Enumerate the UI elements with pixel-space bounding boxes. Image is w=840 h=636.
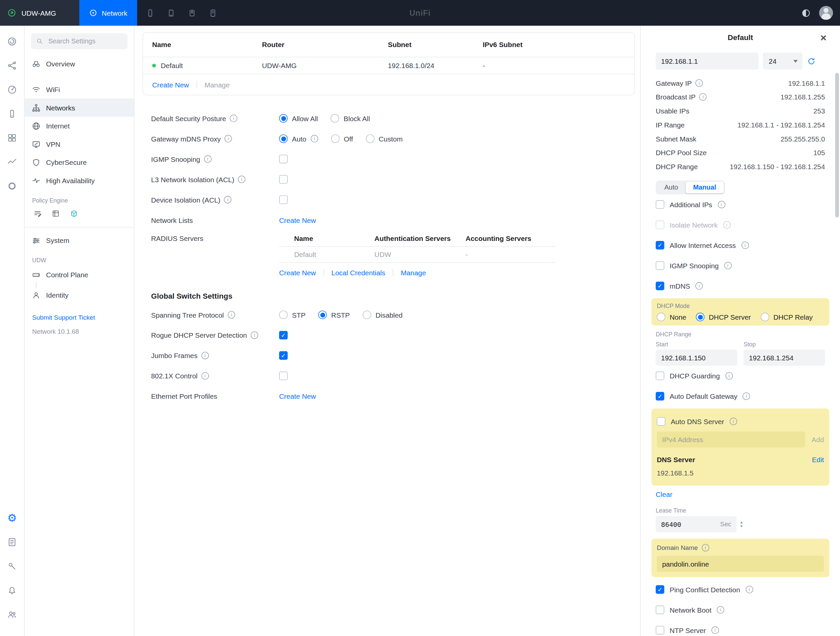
info-icon[interactable]	[725, 372, 733, 379]
radar-icon[interactable]	[5, 82, 20, 97]
radius-create-new-link[interactable]: Create New	[279, 269, 316, 277]
checkbox-auto-dns-server[interactable]: Auto DNS Server	[657, 413, 824, 430]
info-icon[interactable]	[224, 135, 232, 142]
policy-objects-icon[interactable]	[70, 209, 79, 218]
segment-manual[interactable]: Manual	[685, 181, 723, 193]
dns-clear-link[interactable]: Clear	[656, 491, 673, 499]
radius-manage-link[interactable]: Manage	[401, 269, 426, 277]
info-icon[interactable]	[699, 93, 707, 101]
dashboard-icon[interactable]	[5, 34, 20, 49]
dhcp-range-start-input[interactable]	[656, 350, 737, 366]
dns-edit-link[interactable]: Edit	[812, 456, 824, 464]
info-icon[interactable]	[729, 418, 737, 425]
info-icon[interactable]	[743, 392, 750, 400]
info-icon[interactable]	[695, 282, 703, 290]
radio-disabled[interactable]: Disabled	[363, 311, 403, 320]
sidebar-item-high-availability[interactable]: High Availability	[25, 171, 134, 189]
ipv4-address-input[interactable]	[657, 431, 805, 447]
clients-icon[interactable]	[5, 130, 20, 145]
create-new-network-link[interactable]: Create New	[152, 80, 189, 88]
gateway-ip-input[interactable]	[656, 52, 758, 69]
sidebar-item-system[interactable]: System	[25, 231, 134, 250]
radio-dhcp-none[interactable]: None	[657, 313, 686, 321]
checkbox-dhcp-guarding[interactable]: DHCP Guarding	[656, 366, 825, 386]
l3-isolation-checkbox[interactable]	[279, 175, 288, 184]
admins-people-icon[interactable]	[5, 607, 20, 622]
lease-time-stepper[interactable]	[741, 521, 742, 528]
8021x-checkbox[interactable]	[279, 372, 288, 380]
checkbox-igmp-snooping[interactable]: IGMP Snooping	[656, 255, 825, 275]
close-icon[interactable]	[818, 32, 829, 43]
radio-rstp[interactable]: RSTP	[319, 311, 350, 320]
info-icon[interactable]	[201, 372, 208, 379]
radio-block-all[interactable]: Block All	[331, 114, 370, 123]
sidebar-item-cybersecure[interactable]: CyberSecure	[25, 153, 134, 172]
tab-network[interactable]: Network	[79, 0, 137, 26]
theme-toggle-icon[interactable]	[801, 8, 811, 18]
info-icon[interactable]	[228, 311, 235, 318]
ring-icon[interactable]	[5, 178, 20, 193]
radius-local-credentials-link[interactable]: Local Credentials	[332, 269, 385, 277]
info-icon[interactable]	[724, 262, 731, 269]
settings-gear-icon[interactable]	[5, 510, 20, 525]
checkbox-isolate-network[interactable]: Isolate Network	[656, 214, 825, 235]
info-icon[interactable]	[723, 221, 731, 228]
topology-icon[interactable]	[5, 58, 20, 73]
radio-off[interactable]: Off	[331, 134, 353, 143]
submit-support-ticket-link[interactable]: Submit Support Ticket	[25, 304, 134, 322]
panel-scrollbar[interactable]	[835, 73, 839, 217]
app-device-icon-1[interactable]	[145, 8, 155, 17]
radio-dhcp-server[interactable]: DHCP Server	[696, 313, 750, 321]
sidebar-item-vpn[interactable]: VPN	[25, 135, 134, 153]
info-icon[interactable]	[238, 176, 245, 183]
info-icon[interactable]	[230, 115, 237, 122]
info-icon[interactable]	[204, 155, 212, 162]
toolbox-icon[interactable]	[5, 559, 20, 574]
lease-time-input[interactable]: 86400 Sec	[656, 516, 736, 532]
info-icon[interactable]	[695, 79, 703, 87]
add-dns-button[interactable]: Add	[812, 436, 824, 444]
sidebar-item-wifi[interactable]: WiFi	[25, 80, 134, 99]
igmp-checkbox[interactable]	[279, 155, 288, 164]
info-icon[interactable]	[717, 606, 724, 613]
radio-custom[interactable]: Custom	[366, 134, 403, 143]
search-input[interactable]	[47, 37, 123, 46]
info-icon[interactable]	[717, 201, 725, 208]
sidebar-item-identity[interactable]: Identity	[25, 286, 134, 304]
app-device-icon-3[interactable]	[187, 8, 196, 17]
app-device-icon-2[interactable]	[167, 8, 175, 17]
info-icon[interactable]	[702, 544, 709, 551]
policy-table-icon[interactable]	[51, 209, 60, 218]
app-device-icon-4[interactable]	[208, 8, 217, 17]
checkbox-network-boot[interactable]: Network Boot	[656, 600, 825, 620]
sidebar-item-internet[interactable]: Internet	[25, 117, 134, 135]
checkbox-ntp-server[interactable]: NTP Server	[656, 620, 825, 636]
revert-refresh-icon[interactable]	[807, 57, 816, 65]
info-icon[interactable]	[224, 196, 231, 203]
checkbox-ping-conflict-detection[interactable]: Ping Conflict Detection	[656, 579, 825, 600]
insights-icon[interactable]	[5, 154, 20, 169]
info-icon[interactable]	[251, 331, 258, 339]
info-icon[interactable]	[201, 352, 208, 359]
info-icon[interactable]	[311, 135, 318, 142]
devices-icon[interactable]	[5, 106, 20, 121]
checkbox-allow-internet-access[interactable]: Allow Internet Access	[656, 235, 825, 255]
port-profiles-create-new-link[interactable]: Create New	[279, 392, 316, 400]
network-lists-create-new-link[interactable]: Create New	[279, 216, 316, 224]
manage-networks-link[interactable]: Manage	[204, 80, 229, 88]
segment-auto[interactable]: Auto	[657, 181, 685, 193]
rogue-dhcp-checkbox[interactable]	[279, 331, 288, 340]
checkbox-auto-default-gateway[interactable]: Auto Default Gateway	[656, 386, 825, 406]
radius-row[interactable]: Default UDW -	[279, 246, 556, 263]
jumbo-frames-checkbox[interactable]	[279, 351, 288, 360]
table-row[interactable]: Default UDW-AMG 192.168.1.0/24 -	[143, 57, 634, 74]
radio-dhcp-relay[interactable]: DHCP Relay	[761, 313, 813, 321]
prefix-select[interactable]: 24	[763, 52, 803, 69]
checkbox-mdns[interactable]: mDNS	[656, 275, 825, 296]
device-isolation-checkbox[interactable]	[279, 195, 288, 204]
log-icon[interactable]	[5, 534, 20, 549]
radio-auto[interactable]: Auto	[279, 134, 318, 143]
checkbox-additional-ips[interactable]: Additional IPs	[656, 194, 825, 214]
sidebar-item-control-plane[interactable]: Control Plane	[25, 266, 134, 284]
policy-rules-icon[interactable]	[33, 209, 42, 218]
